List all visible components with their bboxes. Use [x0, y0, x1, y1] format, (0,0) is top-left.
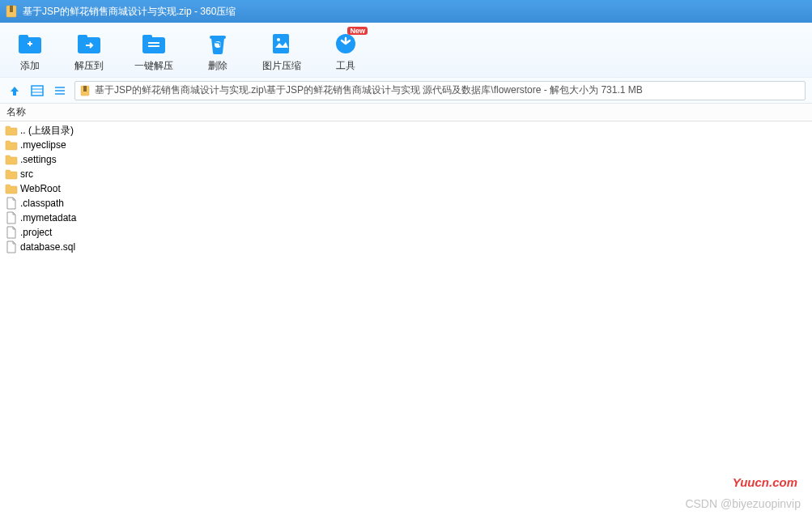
file-name: database.sql: [20, 241, 75, 253]
svg-rect-1: [10, 6, 13, 12]
toolbar-label: 图片压缩: [262, 59, 301, 73]
svg-rect-14: [273, 34, 289, 53]
list-item[interactable]: .. (上级目录): [0, 123, 812, 138]
folder-icon: [5, 182, 18, 195]
path-bar: 基于JSP的鲜花销售商城设计与实现.zip\基于JSP的鲜花销售商城设计与实现 …: [0, 78, 812, 104]
image-compress-icon: [268, 32, 295, 56]
file-name: .myeclipse: [20, 139, 66, 151]
file-icon: [5, 240, 18, 253]
svg-rect-10: [148, 42, 159, 44]
file-icon: [5, 226, 18, 239]
watermark-csdn: CSDN @biyezuopinvip: [685, 497, 801, 510]
view-list-button[interactable]: [52, 83, 68, 99]
column-name[interactable]: 名称: [0, 105, 26, 119]
file-name: WebRoot: [20, 183, 61, 194]
toolbar-label: 工具: [336, 59, 355, 73]
file-name: .settings: [20, 154, 57, 165]
list-item[interactable]: WebRoot: [0, 181, 812, 196]
tools-icon: [332, 32, 359, 56]
new-badge: New: [347, 27, 368, 35]
window-title: 基于JSP的鲜花销售商城设计与实现.zip - 360压缩: [23, 5, 236, 19]
list-item[interactable]: .project: [0, 225, 812, 240]
list-item[interactable]: .mymetadata: [0, 211, 812, 225]
file-name: src: [20, 168, 33, 180]
app-icon: [5, 5, 18, 18]
up-button[interactable]: [6, 83, 23, 99]
svg-rect-17: [32, 86, 43, 96]
watermark-site: Yuucn.com: [733, 475, 797, 489]
svg-rect-5: [29, 41, 31, 46]
toolbar-label: 解压到: [74, 59, 104, 73]
toolbar-image-compress[interactable]: 图片压缩: [262, 32, 301, 73]
extract-to-icon: [75, 32, 103, 56]
list-item[interactable]: src: [0, 167, 812, 181]
svg-rect-24: [83, 86, 87, 92]
toolbar-tools[interactable]: New 工具: [332, 32, 359, 73]
list-item[interactable]: .classpath: [0, 196, 812, 211]
toolbar-label: 一键解压: [134, 59, 173, 73]
toolbar-extract-to[interactable]: 解压到: [74, 32, 104, 73]
svg-rect-3: [19, 35, 28, 40]
toolbar-label: 添加: [20, 59, 40, 73]
path-field[interactable]: 基于JSP的鲜花销售商城设计与实现.zip\基于JSP的鲜花销售商城设计与实现 …: [74, 81, 806, 100]
path-text: 基于JSP的鲜花销售商城设计与实现.zip\基于JSP的鲜花销售商城设计与实现 …: [95, 83, 643, 97]
folder-icon: [5, 153, 18, 166]
add-folder-icon: [16, 32, 44, 56]
svg-rect-9: [142, 35, 152, 40]
file-icon: [5, 211, 18, 224]
toolbar-delete[interactable]: 删除: [204, 32, 232, 73]
folder-icon: [5, 124, 18, 137]
file-list: .. (上级目录).myeclipse.settingssrcWebRoot.c…: [0, 121, 812, 256]
svg-rect-11: [148, 45, 159, 47]
list-item[interactable]: .settings: [0, 152, 812, 167]
file-name: .. (上级目录): [20, 124, 74, 138]
svg-rect-7: [78, 35, 87, 40]
list-item[interactable]: database.sql: [0, 240, 812, 254]
column-header: 名称: [0, 104, 812, 121]
toolbar-label: 删除: [208, 59, 227, 73]
svg-point-15: [277, 38, 280, 41]
svg-rect-12: [210, 36, 226, 39]
toolbar-extract[interactable]: 一键解压: [134, 32, 173, 73]
file-icon: [5, 197, 18, 210]
folder-icon: [5, 138, 18, 151]
folder-icon: [5, 168, 18, 181]
toolbar-add[interactable]: 添加: [16, 32, 44, 73]
title-bar: 基于JSP的鲜花销售商城设计与实现.zip - 360压缩: [0, 0, 812, 23]
delete-icon: [204, 32, 232, 56]
file-name: .classpath: [20, 198, 64, 209]
toolbar: 添加 解压到 一键解压 删除 图片压缩 New 工具: [0, 23, 812, 78]
file-name: .mymetadata: [20, 212, 76, 223]
view-details-button[interactable]: [29, 83, 45, 99]
file-name: .project: [20, 227, 52, 238]
extract-icon: [140, 32, 168, 56]
list-item[interactable]: .myeclipse: [0, 138, 812, 152]
zip-icon: [79, 84, 91, 97]
